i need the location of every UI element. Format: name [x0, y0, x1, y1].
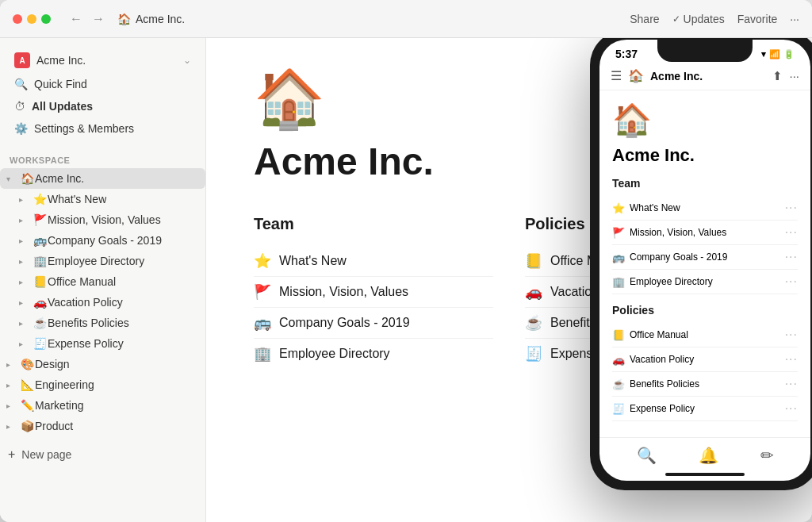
favorite-button[interactable]: Favorite — [737, 13, 778, 25]
sidebar-item-all-updates[interactable]: ⏱ All Updates — [6, 95, 199, 117]
phone-search-bottom-icon[interactable]: 🔍 — [637, 446, 657, 465]
phone-mockup: 5:37 ▾ 📶 🔋 ☰ 🏠 Ac — [590, 38, 812, 498]
phone-office-left: 📒 Office Manual — [612, 329, 688, 341]
phone-hamburger-icon[interactable]: ☰ — [611, 68, 622, 83]
phone-benefits-left: ☕ Benefits Policies — [612, 378, 699, 390]
close-button[interactable] — [13, 14, 22, 24]
back-button[interactable]: ← — [67, 10, 86, 28]
phone-car-icon: 🚗 — [612, 354, 625, 366]
phone-more-icon[interactable]: ··· — [789, 69, 799, 83]
phone-expense-left: 🧾 Expense Policy — [612, 403, 695, 415]
building-icon: 🏢 — [32, 255, 48, 267]
flag-icon: 🚩 — [32, 213, 48, 226]
phone-benefits-dots[interactable]: ··· — [785, 377, 798, 391]
phone-bottom-bar: 🔍 🔔 ✏ — [599, 437, 810, 473]
phone-nav-page-icon: 🏠 — [628, 68, 644, 83]
phone-list-vacation[interactable]: 🚗 Vacation Policy ··· — [612, 347, 798, 372]
signal-icon: 📶 — [769, 49, 780, 59]
whats-new-text: What's New — [279, 254, 347, 268]
phone-list-emp-dir[interactable]: 🏢 Employee Directory ··· — [612, 270, 798, 294]
receipt-icon: 🧾 — [32, 337, 48, 350]
phone-page-title: Acme Inc. — [612, 145, 798, 166]
phone-vacation-dots[interactable]: ··· — [785, 352, 798, 367]
workspace-header[interactable]: A Acme Inc. ⌄ — [6, 48, 199, 73]
phone-policies-title: Policies — [612, 304, 798, 317]
maximize-button[interactable] — [41, 14, 51, 24]
workspace-chevron: ⌄ — [183, 55, 191, 66]
sidebar-top: A Acme Inc. ⌄ 🔍 Quick Find ⏱ All Updates… — [0, 38, 205, 146]
office-manual-label: Office Manual — [48, 275, 116, 288]
list-item-emp-dir[interactable]: 🏢 Employee Directory — [254, 339, 493, 369]
sidebar-item-employee-dir[interactable]: ▸ 🏢 Employee Directory — [0, 251, 205, 271]
breadcrumb: 🏠 Acme Inc. — [117, 13, 185, 25]
whats-new-icon: ⭐ — [254, 252, 271, 270]
expand-arrow-vacation: ▸ — [19, 298, 32, 307]
traffic-lights — [13, 14, 51, 24]
list-item-mission[interactable]: 🚩 Mission, Vision, Values — [254, 277, 493, 308]
minimize-button[interactable] — [27, 14, 36, 24]
expand-arrow-office: ▸ — [19, 278, 32, 286]
phone-compose-icon[interactable]: ✏ — [760, 446, 774, 465]
page-content: 🏠 Acme Inc. Team ⭐ What's New 🚩 Mission,… — [206, 38, 812, 522]
phone-list-whats-new[interactable]: ⭐ What's New ··· — [612, 196, 798, 221]
team-section: Team ⭐ What's New 🚩 Mission, Vision, Val… — [254, 215, 493, 369]
phone-office-dots[interactable]: ··· — [785, 328, 798, 342]
sidebar-item-mission[interactable]: ▸ 🚩 Mission, Vision, Values — [0, 209, 205, 230]
sidebar-item-company-goals[interactable]: ▸ 🚌 Company Goals - 2019 — [0, 230, 205, 251]
share-button[interactable]: Share — [630, 13, 659, 25]
phone-bell-icon[interactable]: 🔔 — [699, 446, 718, 465]
list-item-goals[interactable]: 🚌 Company Goals - 2019 — [254, 308, 493, 339]
phone-emp-dots[interactable]: ··· — [785, 274, 798, 289]
phone-office-text: Office Manual — [630, 329, 688, 340]
sidebar-item-acme-root[interactable]: ▾ 🏠 Acme Inc. — [0, 168, 205, 189]
workspace-name: Acme Inc. — [36, 54, 86, 67]
phone-list-benefits[interactable]: ☕ Benefits Policies ··· — [612, 372, 798, 397]
forward-button[interactable]: → — [89, 10, 108, 28]
phone-mission-dots[interactable]: ··· — [785, 225, 798, 240]
phone-building-icon: 🏢 — [612, 276, 625, 288]
phone-frame: 5:37 ▾ 📶 🔋 ☰ 🏠 Ac — [590, 38, 812, 490]
phone-list-office[interactable]: 📒 Office Manual ··· — [612, 323, 798, 347]
whats-new-label: What's New — [48, 193, 106, 205]
box-icon: 📦 — [19, 420, 35, 432]
sidebar-item-vacation[interactable]: ▸ 🚗 Vacation Policy — [0, 292, 205, 313]
sidebar-item-office-manual[interactable]: ▸ 📒 Office Manual — [0, 271, 205, 292]
updates-button[interactable]: ✓ Updates — [672, 13, 725, 25]
more-button[interactable]: ··· — [790, 13, 799, 25]
acme-root-label: Acme Inc. — [35, 172, 84, 185]
new-page-button[interactable]: + New page — [0, 443, 205, 466]
phone-nav-title: Acme Inc. — [650, 70, 703, 83]
sidebar-item-engineering[interactable]: ▸ 📐 Engineering — [0, 374, 205, 395]
sidebar-item-product[interactable]: ▸ 📦 Product — [0, 416, 205, 436]
phone-home-indicator — [665, 473, 745, 476]
phone-goals-dots[interactable]: ··· — [785, 250, 798, 264]
new-page-label: New page — [21, 448, 71, 461]
expense-label: Expense Policy — [48, 337, 124, 350]
goals-label: Company Goals - 2019 — [48, 234, 162, 247]
main-area: A Acme Inc. ⌄ 🔍 Quick Find ⏱ All Updates… — [0, 38, 812, 522]
mission-label: Mission, Vision, Values — [48, 213, 161, 226]
sidebar-item-expense[interactable]: ▸ 🧾 Expense Policy — [0, 333, 205, 354]
sidebar-item-settings[interactable]: ⚙️ Settings & Members — [6, 117, 199, 140]
check-icon: ✓ — [672, 13, 680, 25]
phone-mission-text: Mission, Vision, Values — [630, 227, 726, 238]
list-item-whats-new[interactable]: ⭐ What's New — [254, 246, 493, 277]
phone-list-mission[interactable]: 🚩 Mission, Vision, Values ··· — [612, 221, 798, 245]
expand-arrow-design: ▸ — [6, 360, 19, 369]
phone-share-icon[interactable]: ⬆ — [772, 69, 783, 83]
sidebar-item-benefits[interactable]: ▸ ☕ Benefits Policies — [0, 313, 205, 333]
phone-list-goals[interactable]: 🚌 Company Goals - 2019 ··· — [612, 245, 798, 270]
phone-item-dots[interactable]: ··· — [785, 201, 798, 215]
workspace-section-label: WORKSPACE — [0, 146, 205, 168]
phone-goals-text: Company Goals - 2019 — [630, 251, 727, 263]
sidebar-item-marketing[interactable]: ▸ ✏️ Marketing — [0, 395, 205, 416]
phone-expense-dots[interactable]: ··· — [785, 401, 798, 416]
vacation-icon: 🚗 — [525, 283, 542, 301]
expand-arrow-emp: ▸ — [19, 257, 32, 266]
sidebar-item-quick-find[interactable]: 🔍 Quick Find — [6, 73, 199, 95]
plus-icon: + — [8, 447, 15, 462]
goals-text: Company Goals - 2019 — [279, 316, 410, 330]
phone-list-expense[interactable]: 🧾 Expense Policy ··· — [612, 397, 798, 421]
sidebar-item-whats-new[interactable]: ▸ ⭐ What's New — [0, 189, 205, 209]
sidebar-item-design[interactable]: ▸ 🎨 Design — [0, 354, 205, 374]
